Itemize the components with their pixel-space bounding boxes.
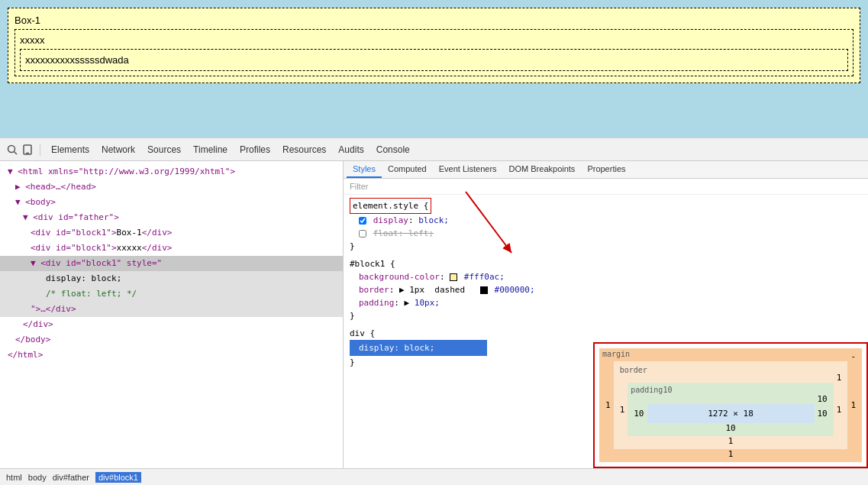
border-left-val: 1 <box>617 405 628 415</box>
display-block-node[interactable]: display: block; <box>0 271 343 286</box>
box-model-padding: padding10 10 10 1272 × 18 <box>628 383 834 436</box>
margin-bottom-val: 1 <box>728 449 734 459</box>
filter-label: Filter <box>350 182 368 191</box>
father-node[interactable]: ▼ <div id="father"> <box>0 210 343 225</box>
margin-label: margin <box>602 350 630 358</box>
toolbar-separator <box>40 144 40 156</box>
devtools-panel: Elements Network Sources Timeline Profil… <box>0 137 868 485</box>
tab-profiles[interactable]: Profiles <box>235 143 275 157</box>
block1-style-node[interactable]: ▼ <div id="block1" style=" <box>0 256 343 271</box>
head-node[interactable]: ▶ <head>…</head> <box>0 179 343 195</box>
float-checkbox[interactable] <box>359 230 366 238</box>
breadcrumb-html[interactable]: html <box>6 473 22 482</box>
padding-label: padding10 <box>631 386 672 394</box>
devtools-content: ▼ <html xmlns="http://www.w3.org/1999/xh… <box>0 161 868 468</box>
html-close-node[interactable]: </html> <box>0 348 343 363</box>
tab-audits[interactable]: Audits <box>334 143 368 157</box>
padding-top-val: 10 <box>818 394 828 404</box>
block1-box1-node[interactable]: <div id="block1">Box-1</div> <box>0 225 343 241</box>
tab-sources[interactable]: Sources <box>143 143 186 157</box>
div-selector: div { <box>350 328 375 338</box>
tab-event-listeners[interactable]: Event Listeners <box>433 161 503 178</box>
svg-line-1 <box>15 151 18 154</box>
block1-xxxxx-node[interactable]: <div id="block1">xxxxx</div> <box>0 241 343 256</box>
preview-box1: Box-1 xxxxx xxxxxxxxxxsssssdwada <box>8 8 860 83</box>
tab-resources[interactable]: Resources <box>278 143 331 157</box>
tab-computed[interactable]: Computed <box>382 161 433 178</box>
display-checkbox[interactable] <box>359 217 366 225</box>
border-color-swatch <box>480 286 488 294</box>
margin-left-val: 1 <box>602 400 614 410</box>
padding-right-num: 10 <box>815 409 831 419</box>
preview-area: Box-1 xxxxx xxxxxxxxxxsssssdwada <box>0 0 868 137</box>
box-model-content: 1272 × 18 <box>647 404 815 423</box>
preview-box3: xxxxxxxxxxsssssdwada <box>20 49 848 71</box>
block1-selector: #block1 { <box>350 259 395 269</box>
box-model-margin: margin - 1 border 1 1 <box>599 348 862 462</box>
div-close-node[interactable]: </div> <box>0 317 343 332</box>
element-style-rule: element.style { display: block; float: l… <box>350 198 862 253</box>
box3-label: xxxxxxxxxxsssssdwada <box>25 54 129 66</box>
tab-elements[interactable]: Elements <box>47 143 94 157</box>
box1-label: Box-1 <box>15 15 40 26</box>
breadcrumb-div-block1[interactable]: div#block1 <box>95 472 141 483</box>
dom-panel[interactable]: ▼ <html xmlns="http://www.w3.org/1999/xh… <box>0 161 344 468</box>
tab-styles[interactable]: Styles <box>347 161 382 178</box>
body-node[interactable]: ▼ <body> <box>0 195 343 210</box>
preview-box2: xxxxx xxxxxxxxxxsssssdwada <box>15 29 853 76</box>
breadcrumb: html body div#father div#block1 <box>0 468 868 485</box>
tab-console[interactable]: Console <box>372 143 415 157</box>
tab-network[interactable]: Network <box>97 143 140 157</box>
div-display-rule: display: block; <box>350 340 487 356</box>
content-size: 1272 × 18 <box>708 409 753 419</box>
search-icon[interactable] <box>6 144 18 156</box>
block1-style-rule: #block1 { background-color: #fff0ac; bor… <box>350 257 862 322</box>
margin-right-val: 1 <box>847 400 859 410</box>
devtools-toolbar: Elements Network Sources Timeline Profil… <box>0 138 868 161</box>
box-model-border: border 1 1 padding10 <box>614 361 848 449</box>
html-node[interactable]: ▼ <html xmlns="http://www.w3.org/1999/xh… <box>0 164 343 179</box>
styles-tabs: Styles Computed Event Listeners DOM Brea… <box>344 161 868 179</box>
device-icon[interactable] <box>21 144 34 156</box>
tab-properties[interactable]: Properties <box>581 161 631 178</box>
body-close-node[interactable]: </body> <box>0 332 343 348</box>
padding-left-num: 10 <box>631 409 647 419</box>
tab-timeline[interactable]: Timeline <box>189 143 232 157</box>
padding-bottom-val: 10 <box>725 423 735 433</box>
margin-top-val: - <box>850 351 856 361</box>
filter-bar: Filter <box>344 179 868 195</box>
box2-label: xxxxx <box>20 34 45 46</box>
svg-point-0 <box>8 145 15 152</box>
element-style-selector: element.style { <box>350 198 431 214</box>
border-right-val: 1 <box>834 405 845 415</box>
box-model: margin - 1 border 1 1 <box>593 342 868 468</box>
border-bottom-val: 1 <box>728 436 734 446</box>
border-label: border <box>620 366 848 374</box>
breadcrumb-div-father[interactable]: div#father <box>53 473 89 482</box>
tab-dom-breakpoints[interactable]: DOM Breakpoints <box>503 161 582 178</box>
bg-color-swatch <box>450 273 457 281</box>
float-comment-node[interactable]: /* float: left; */ <box>0 286 343 302</box>
breadcrumb-body[interactable]: body <box>28 473 47 482</box>
right-panel: Styles Computed Event Listeners DOM Brea… <box>344 161 868 468</box>
block1-close-node[interactable]: ">…</div> <box>0 302 343 317</box>
